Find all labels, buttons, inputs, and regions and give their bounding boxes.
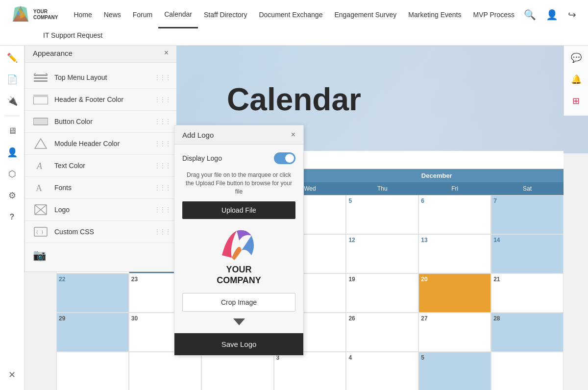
drag-handle-header-footer: ⋮⋮⋮ <box>154 96 171 103</box>
logout-button[interactable]: ↪ <box>566 7 578 23</box>
table-row[interactable]: 13 <box>418 234 491 273</box>
callout-arrow <box>182 318 295 325</box>
toolbar-help-icon[interactable]: ? <box>3 208 21 226</box>
camera-area[interactable]: 📷 <box>25 243 176 268</box>
appearance-item-header-footer-color[interactable]: Header & Footer Color ⋮⋮⋮ <box>25 89 176 111</box>
fonts-label: Fonts <box>54 184 72 192</box>
fonts-icon: A <box>33 182 49 194</box>
logo-preview-image <box>220 226 259 263</box>
table-row[interactable] <box>201 352 274 390</box>
table-row[interactable]: 6 <box>418 195 491 234</box>
header-footer-color-label: Header & Footer Color <box>54 96 123 103</box>
toolbar-page-icon[interactable]: 📄 <box>3 71 21 88</box>
svg-text:{ }: { } <box>36 230 44 235</box>
company-name: YOURCOMPANY <box>33 9 58 21</box>
appearance-item-module-header-color[interactable]: Module Header Color ⋮⋮⋮ <box>25 133 176 155</box>
appearance-title: Appearance <box>33 49 73 57</box>
svg-rect-2 <box>34 80 48 82</box>
header-footer-color-icon <box>33 94 49 105</box>
company-logo[interactable]: YOURCOMPANY <box>10 0 58 29</box>
appearance-item-fonts[interactable]: A Fonts ⋮⋮⋮ <box>25 177 176 199</box>
logo-icon-appearance <box>33 204 49 216</box>
table-row[interactable]: 29 <box>56 313 129 352</box>
toolbar-separator-1 <box>5 116 20 116</box>
top-navigation: YOURCOMPANY Home News Forum Calendar Sta… <box>0 0 588 46</box>
top-menu-layout-icon <box>33 72 49 83</box>
nav-action-icons: 🔍 👤 ↪ <box>522 7 578 23</box>
header-thu: Thu <box>346 182 418 195</box>
drag-handle-custom-css: ⋮⋮⋮ <box>154 228 171 235</box>
right-bell-icon[interactable]: 🔔 <box>567 71 585 88</box>
svg-marker-6 <box>35 139 47 148</box>
table-row[interactable]: 5 <box>346 195 418 234</box>
logo-preview-area: YOURCOMPANY <box>182 226 295 286</box>
header-sat: Sat <box>491 182 564 195</box>
nav-calendar[interactable]: Calendar <box>158 1 198 28</box>
table-row[interactable]: 12 <box>346 234 418 273</box>
save-logo-button[interactable]: Save Logo <box>174 333 303 355</box>
table-row[interactable]: 3 <box>274 352 346 390</box>
svg-text:A: A <box>36 161 43 171</box>
appearance-close-button[interactable]: × <box>164 49 169 57</box>
toolbar-monitor-icon[interactable]: 🖥 <box>3 122 21 140</box>
table-row[interactable] <box>491 352 564 390</box>
drag-handle-top-menu: ⋮⋮⋮ <box>154 74 171 81</box>
modal-close-button[interactable]: × <box>291 130 295 139</box>
table-row[interactable]: 27 <box>418 313 491 352</box>
current-month-label: December <box>310 169 564 182</box>
table-row[interactable]: 26 <box>346 313 418 352</box>
table-row[interactable]: 4 <box>346 352 418 390</box>
svg-rect-1 <box>34 77 48 79</box>
custom-css-label: Custom CSS <box>54 228 94 236</box>
upload-file-button[interactable]: Upload File <box>182 201 295 219</box>
nav-mvp-process[interactable]: MVP Process <box>467 2 520 27</box>
module-header-color-label: Module Header Color <box>54 140 120 147</box>
table-row[interactable]: 5 <box>418 352 491 390</box>
nav-home[interactable]: Home <box>68 2 98 27</box>
display-logo-row: Display Logo <box>182 152 295 164</box>
right-chat-icon[interactable]: 💬 <box>567 49 585 67</box>
table-row[interactable]: 28 <box>491 313 564 352</box>
nav-forum[interactable]: Forum <box>127 2 158 27</box>
modal-body: Display Logo Drag your file on to the ma… <box>174 145 303 333</box>
nav-engagement-survey[interactable]: Engagement Survey <box>328 2 402 27</box>
user-account-button[interactable]: 👤 <box>544 7 560 23</box>
appearance-item-custom-css[interactable]: { } Custom CSS ⋮⋮⋮ <box>25 221 176 243</box>
table-row[interactable]: 21 <box>491 273 564 313</box>
nav-document-exchange[interactable]: Document Exchange <box>253 2 328 27</box>
toolbar-close-button[interactable]: ✕ <box>4 366 20 384</box>
nav-marketing-events[interactable]: Marketing Events <box>402 2 467 27</box>
nav-news[interactable]: News <box>98 2 127 27</box>
appearance-item-text-color[interactable]: A Text Color ⋮⋮⋮ <box>25 155 176 177</box>
module-header-color-icon <box>33 138 49 149</box>
appearance-item-logo[interactable]: Logo ⋮⋮⋮ <box>25 199 176 221</box>
add-logo-modal: Add Logo × Display Logo Drag your file o… <box>174 125 304 356</box>
button-color-icon <box>33 116 49 127</box>
table-row[interactable]: 22 <box>56 273 129 313</box>
nav-staff-directory[interactable]: Staff Directory <box>198 2 253 27</box>
table-row[interactable] <box>56 352 129 390</box>
nav-it-support[interactable]: IT Support Request <box>43 29 102 41</box>
drag-handle-logo: ⋮⋮⋮ <box>154 206 171 213</box>
toolbar-edit-icon[interactable]: ✏️ <box>3 49 21 67</box>
toolbar-person-icon[interactable]: 👤 <box>3 144 21 161</box>
display-logo-toggle[interactable] <box>274 152 295 164</box>
table-row[interactable]: 19 <box>346 273 418 313</box>
crop-image-button[interactable]: Crop Image <box>182 293 295 312</box>
toolbar-layers-icon[interactable]: ⬡ <box>3 165 21 183</box>
table-row[interactable] <box>129 352 201 390</box>
search-button[interactable]: 🔍 <box>522 7 538 23</box>
table-row[interactable]: 14 <box>491 234 564 273</box>
right-grid-icon[interactable]: ⊞ <box>567 92 585 110</box>
drag-instruction: Drag your file on to the marquee or clic… <box>182 171 295 195</box>
toolbar-gear-icon[interactable]: ⚙ <box>3 187 21 204</box>
drag-handle-button-color: ⋮⋮⋮ <box>154 118 171 125</box>
logo-icon <box>10 4 31 25</box>
table-row[interactable]: 7 <box>491 195 564 234</box>
appearance-item-button-color[interactable]: Button Color ⋮⋮⋮ <box>25 111 176 133</box>
toolbar-plugin-icon[interactable]: 🔌 <box>3 92 21 110</box>
table-row[interactable]: 20 <box>418 273 491 313</box>
right-toolbar: 💬 🔔 ⊞ <box>564 43 588 116</box>
appearance-item-top-menu-layout[interactable]: Top Menu Layout ⋮⋮⋮ <box>25 67 176 89</box>
drag-handle-text-color: ⋮⋮⋮ <box>154 162 171 169</box>
